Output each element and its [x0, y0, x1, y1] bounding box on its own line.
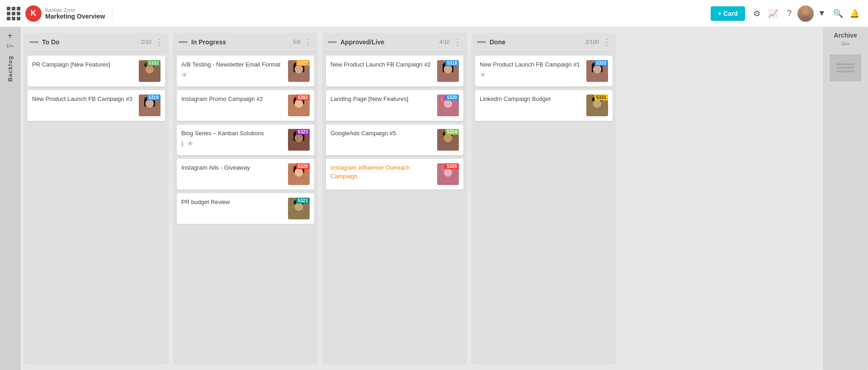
column-menu-button[interactable]: ⋮ — [304, 37, 312, 47]
card[interactable]: LinkedIn Campaign Budget 5331 — [475, 90, 613, 121]
logo-text: Kanban Zone Marketing Overview — [45, 7, 105, 20]
backlog-add-button[interactable]: + — [7, 31, 13, 41]
card[interactable]: Instagram Promo Campaign #2 5382 — [177, 90, 314, 121]
column-menu-button[interactable]: ⋮ — [453, 37, 462, 47]
logo-icon: K — [25, 5, 42, 22]
column-dash — [477, 41, 486, 43]
card-icons: 👁 — [480, 71, 583, 79]
column-menu-button[interactable]: ⋮ — [155, 37, 163, 47]
card[interactable]: New Product Launch FB Campaign #1 👁 5333 — [475, 56, 613, 86]
card-avatar: 5323 — [288, 129, 310, 151]
card-text: New Product Launch FB Campaign #3 — [32, 95, 135, 103]
card-icons: 👁 — [181, 71, 284, 79]
card[interactable]: PR budget Review 5321 — [177, 193, 314, 224]
card-title: Instagram Ads - Giveaway — [181, 164, 250, 171]
card-inner: Instagram Promo Campaign #2 5382 — [181, 95, 310, 116]
card-inner: PR Campaign [New Features] 5332 — [32, 60, 160, 82]
user-avatar[interactable] — [797, 5, 814, 22]
archive-title: Archive — [834, 32, 857, 39]
card-id: 5331 — [594, 95, 608, 100]
svg-point-10 — [146, 100, 154, 108]
card-id: 5327 — [296, 60, 310, 66]
card[interactable]: Instagram Influencer Outreach Campaign 5… — [326, 159, 463, 190]
search-icon[interactable]: 🔍 — [830, 5, 846, 22]
card-text: PR budget Review — [181, 198, 284, 206]
svg-point-28 — [295, 134, 303, 142]
column-dash — [179, 41, 188, 43]
column-body-inprogress: A/B Testing - Newsletter Email Format 👁 … — [173, 52, 318, 365]
card-icons: ℹ👁 — [181, 140, 284, 147]
settings-icon[interactable]: ⚙ — [749, 5, 765, 22]
avatar-face — [797, 5, 814, 22]
eye-icon[interactable]: 👁 — [480, 71, 486, 79]
grid-menu-button[interactable] — [5, 5, 22, 22]
card-inner: Landing Page [New Features] 5330 — [330, 95, 459, 116]
card-text: Landing Page [New Features] — [330, 95, 434, 103]
card[interactable]: New Product Launch FB Campaign #2 5318 — [326, 56, 463, 86]
svg-point-1 — [800, 16, 811, 22]
card[interactable]: PR Campaign [New Features] 5332 — [28, 56, 165, 86]
column-header-approved: Approved/Live 4/10 ⋮ — [322, 33, 467, 52]
card-text: New Product Launch FB Campaign #1 👁 — [480, 60, 583, 79]
grid-dots-icon — [7, 7, 20, 20]
filter-icon[interactable]: ▼ — [814, 5, 830, 22]
card[interactable]: GoogleAds Campaign #5 5324 — [326, 124, 463, 155]
column-dash — [29, 41, 38, 43]
card-inner: LinkedIn Campaign Budget 5331 — [480, 95, 608, 116]
add-card-label: + Card — [718, 10, 738, 17]
column-count: 2/10 — [141, 39, 151, 45]
card-title: New Product Launch FB Campaign #2 — [330, 61, 431, 68]
card-title: New Product Launch FB Campaign #1 — [480, 61, 580, 68]
card-text: Instagram Ads - Giveaway — [181, 163, 284, 172]
card[interactable]: New Product Launch FB Campaign #3 5319 — [28, 90, 165, 121]
card-title: PR Campaign [New Features] — [32, 61, 110, 68]
card-title: A/B Testing - Newsletter Email Format — [181, 61, 280, 68]
archive-box[interactable] — [830, 54, 861, 81]
add-card-button[interactable]: + Card — [711, 6, 745, 21]
column-body-done: New Product Launch FB Campaign #1 👁 5333… — [472, 52, 616, 365]
column-count: 5/8 — [293, 39, 301, 45]
card-text: New Product Launch FB Campaign #2 — [330, 60, 434, 69]
card[interactable]: Blog Series – Kanban Solutions ℹ👁 5323 — [177, 124, 314, 155]
card[interactable]: A/B Testing - Newsletter Email Format 👁 … — [177, 56, 314, 86]
svg-point-4 — [146, 65, 154, 74]
card[interactable]: Instagram Ads - Giveaway 5320 — [177, 159, 314, 190]
analytics-icon[interactable]: 📈 — [765, 5, 781, 22]
notification-icon[interactable]: 🔔 — [846, 5, 863, 22]
card-id: 5319 — [147, 95, 160, 100]
card-inner: A/B Testing - Newsletter Email Format 👁 … — [181, 60, 310, 82]
card-text: GoogleAds Campaign #5 — [330, 129, 434, 138]
card-inner: Blog Series – Kanban Solutions ℹ👁 5323 — [181, 129, 310, 151]
card-id: 5326 — [445, 163, 459, 169]
card-avatar: 5327 — [288, 60, 310, 82]
archive-count: 0/∞ — [841, 41, 850, 47]
svg-point-51 — [444, 100, 453, 108]
column-count: 4/10 — [439, 39, 450, 45]
card-text: Instagram Promo Campaign #2 — [181, 95, 284, 103]
card-text: A/B Testing - Newsletter Email Format 👁 — [181, 60, 284, 79]
column-title: In Progress — [191, 38, 289, 46]
card[interactable]: Landing Page [New Features] 5330 — [326, 90, 463, 121]
column-body-approved: New Product Launch FB Campaign #2 5318 L… — [322, 52, 467, 365]
card-text: Blog Series – Kanban Solutions ℹ👁 — [181, 129, 284, 147]
backlog-label[interactable]: Backlog — [7, 56, 14, 82]
column-menu-button[interactable]: ⋮ — [603, 37, 611, 47]
archive-box-icon — [836, 63, 854, 72]
info-icon[interactable]: ℹ — [181, 140, 184, 147]
card-id: 5318 — [445, 60, 459, 66]
card-inner: Instagram Ads - Giveaway 5320 — [181, 163, 310, 185]
eye-icon[interactable]: 👁 — [187, 140, 193, 147]
card-title: Instagram Promo Campaign #2 — [181, 95, 263, 102]
card-title: Blog Series – Kanban Solutions — [181, 130, 264, 137]
column-done: Done 2/100 ⋮ New Product Launch FB Campa… — [472, 33, 616, 365]
card-id: 5382 — [296, 95, 310, 100]
header: K Kanban Zone Marketing Overview + Card … — [0, 0, 868, 27]
eye-icon[interactable]: 👁 — [181, 71, 188, 79]
card-id: 5324 — [445, 129, 459, 135]
svg-point-62 — [444, 168, 453, 177]
svg-point-55 — [444, 134, 453, 142]
help-icon[interactable]: ? — [781, 5, 797, 22]
card-text: LinkedIn Campaign Budget — [480, 95, 583, 103]
card-title: PR budget Review — [181, 199, 230, 205]
card-avatar: 5333 — [586, 60, 608, 82]
